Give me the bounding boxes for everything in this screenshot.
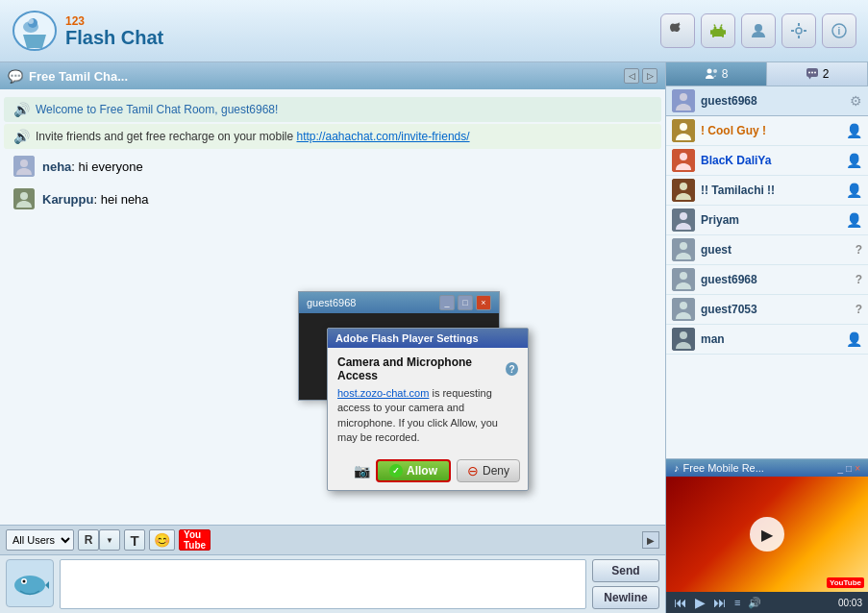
video-minimize[interactable]: _	[439, 295, 455, 310]
logo-number: 123	[65, 14, 163, 28]
guest7053-name: guest7053	[701, 303, 850, 316]
expand-panel-btn[interactable]: ▶	[642, 531, 659, 549]
video-overlay-title: guest6968	[307, 297, 356, 308]
chat-icon: 💬	[8, 69, 23, 84]
user-item-priyam[interactable]: Priyam 👤	[666, 206, 868, 235]
video-overlay-header: guest6968 _ □ ×	[299, 292, 499, 313]
user-item-coolguy[interactable]: ! Cool Guy ! 👤	[666, 116, 868, 146]
media-player-title-area: ♪ Free Mobile Re...	[674, 462, 764, 474]
msg-invite-text: Invite friends and get free recharge on …	[36, 130, 470, 143]
priyam-name: Priyam	[701, 213, 840, 227]
input-area: All Users Friends Ignored R ▼ T 😊 YouTub…	[0, 525, 665, 613]
svg-rect-12	[712, 35, 714, 37]
video-expand[interactable]: □	[458, 295, 473, 310]
blackdaliya-avatar	[672, 149, 695, 172]
svg-point-15	[796, 28, 802, 34]
font-dropdown-btn[interactable]: ▼	[99, 529, 120, 551]
svg-marker-36	[808, 77, 811, 80]
deny-label: Deny	[483, 464, 509, 478]
camera-icon: 📷	[354, 463, 370, 478]
font-btn[interactable]: R	[78, 529, 99, 551]
chat-count: 2	[823, 67, 830, 81]
neha-avatar	[13, 156, 35, 177]
tamilachi-profile-icon: 👤	[846, 183, 862, 198]
main-layout: 💬 Free Tamil Cha... ◁ ▷ 🔊 Welcome to Fre…	[0, 62, 868, 613]
svg-point-46	[680, 212, 687, 220]
msg-welcome-text: Welcome to Free Tamil Chat Room, guest69…	[36, 103, 278, 116]
allow-button[interactable]: ✓ Allow	[376, 459, 451, 482]
tab-chat[interactable]: 2	[767, 62, 868, 86]
music-note-icon: ♪	[674, 462, 680, 474]
text-format-btn[interactable]: T	[124, 529, 145, 551]
tamilachi-name: !! Tamilachi !!	[701, 184, 840, 197]
flash-dialog: Adobe Flash Player Settings Camera and M…	[327, 328, 529, 491]
font-dropdown: R ▼	[78, 529, 120, 551]
allow-check-icon: ✓	[389, 464, 403, 478]
send-buttons: Send Newline	[592, 559, 659, 609]
me-avatar	[672, 89, 695, 112]
speaker-icon: 🔊	[13, 102, 30, 117]
media-playlist-btn[interactable]: ≡	[732, 597, 742, 608]
me-name: guest6968	[701, 94, 844, 108]
msg-karuppu-content: Karuppu: hei neha	[42, 192, 149, 207]
tools-button[interactable]	[781, 13, 816, 48]
message-system-welcome: 🔊 Welcome to Free Tamil Chat Room, guest…	[4, 97, 661, 122]
svg-point-54	[680, 331, 687, 339]
media-next-btn[interactable]: ⏭	[711, 595, 729, 610]
guest6968-avatar	[672, 268, 695, 291]
user-filter-select[interactable]: All Users Friends Ignored	[6, 529, 74, 551]
settings-gear-icon[interactable]: ⚙	[850, 93, 862, 109]
flash-dialog-link[interactable]: host.zozo-chat.com	[337, 387, 429, 399]
svg-marker-3	[23, 35, 46, 48]
users-header: 8 2	[666, 62, 868, 86]
media-volume-btn[interactable]: 🔊	[746, 597, 763, 609]
profile-button[interactable]	[741, 13, 776, 48]
media-expand-btn[interactable]: □	[846, 463, 852, 474]
msg-neha-content: neha: hi everyone	[42, 159, 143, 174]
user-item-man[interactable]: man 👤	[666, 325, 868, 355]
media-video-area[interactable]: ▶ YouTube	[666, 477, 868, 592]
chat-minimize-btn[interactable]: ◁	[624, 68, 639, 84]
video-close[interactable]: ×	[476, 295, 491, 310]
svg-point-44	[680, 183, 687, 190]
input-row: Send Newline	[0, 555, 665, 613]
speaker-icon-2: 🔊	[13, 129, 30, 144]
user-item-guest6968[interactable]: guest6968 ?	[666, 265, 868, 295]
users-count: 8	[722, 67, 729, 81]
media-prev-btn[interactable]: ⏮	[672, 595, 689, 610]
text-input[interactable]	[60, 559, 586, 609]
send-button[interactable]: Send	[592, 559, 659, 582]
chat-area: 💬 Free Tamil Cha... ◁ ▷ 🔊 Welcome to Fre…	[0, 62, 666, 613]
message-invite: 🔊 Invite friends and get free recharge o…	[4, 124, 661, 149]
media-minimize-btn[interactable]: _	[838, 463, 844, 474]
right-panel: 8 2 guest6968 ⚙ ! Cool Guy ! 👤	[666, 62, 868, 613]
info-button[interactable]: i	[822, 13, 856, 48]
user-item-tamilachi[interactable]: !! Tamilachi !! 👤	[666, 176, 868, 206]
user-item-blackdaliya[interactable]: BlacK DaliYa 👤	[666, 146, 868, 176]
svg-point-4	[28, 18, 34, 24]
media-player-title: Free Mobile Re...	[683, 462, 764, 474]
guest-avatar	[672, 238, 695, 261]
apple-button[interactable]	[660, 13, 695, 48]
media-play-btn[interactable]: ▶	[693, 595, 707, 610]
emoji-btn[interactable]: 😊	[149, 529, 175, 551]
user-item-guest[interactable]: guest ?	[666, 235, 868, 265]
flash-help-icon[interactable]: ?	[506, 362, 518, 376]
man-name: man	[701, 332, 840, 346]
svg-point-48	[680, 242, 687, 250]
coolguy-avatar	[672, 119, 695, 142]
coolguy-name: ! Cool Guy !	[701, 124, 840, 137]
play-button[interactable]: ▶	[750, 517, 784, 552]
svg-line-8	[714, 25, 715, 27]
chat-expand-btn[interactable]: ▷	[642, 68, 657, 84]
user-item-guest7053[interactable]: guest7053 ?	[666, 295, 868, 325]
media-close-btn[interactable]: ×	[855, 463, 860, 474]
deny-button[interactable]: ⊖ Deny	[457, 459, 520, 482]
android-button[interactable]	[701, 13, 735, 48]
newline-button[interactable]: Newline	[592, 586, 659, 609]
tab-users[interactable]: 8	[666, 62, 767, 86]
flash-dialog-body: Camera and Microphone Access ? host.zozo…	[328, 348, 528, 454]
youtube-btn[interactable]: YouTube	[179, 529, 211, 551]
invite-link[interactable]: http://aahachat.com/invite-friends/	[297, 130, 470, 143]
man-profile-icon: 👤	[846, 331, 862, 347]
